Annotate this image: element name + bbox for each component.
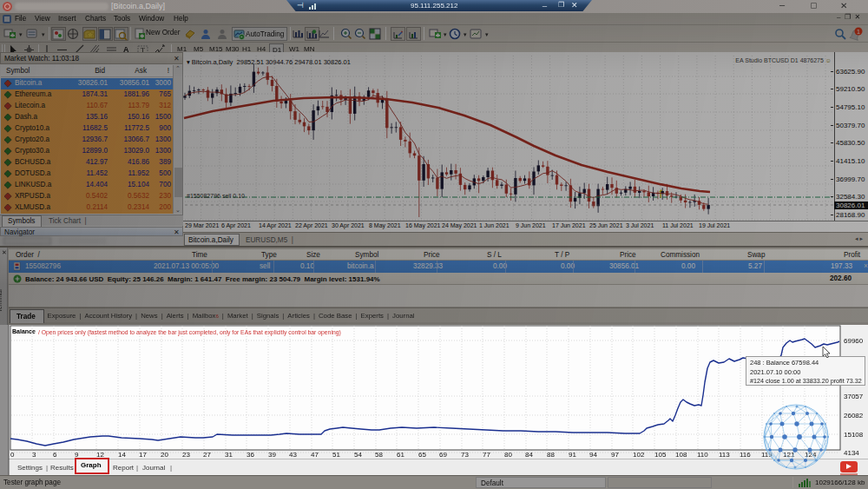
svg-text:1: 1 bbox=[857, 29, 860, 35]
